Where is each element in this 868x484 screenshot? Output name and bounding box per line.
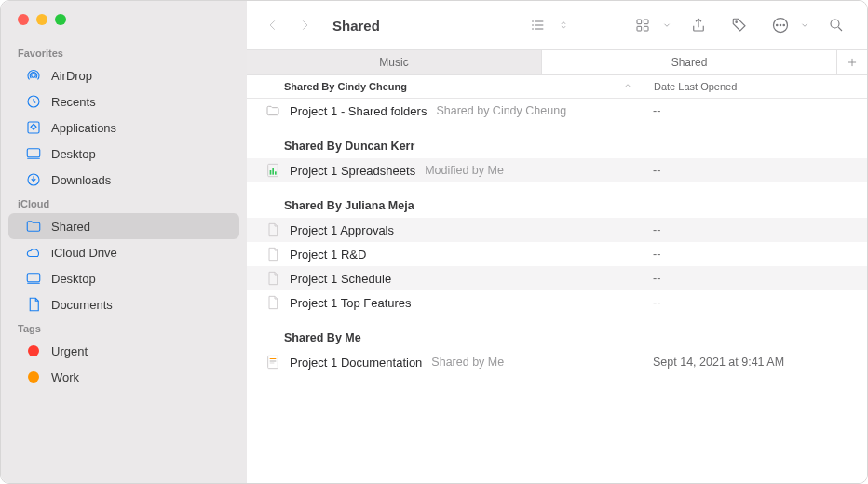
chevron-down-icon[interactable] [798, 12, 811, 38]
sidebar-item-label: Urgent [51, 344, 88, 358]
sidebar-item-desktop[interactable]: Desktop [8, 265, 239, 291]
svg-point-12 [533, 21, 534, 22]
clock-icon [25, 93, 42, 110]
file-date: -- [644, 248, 867, 261]
doc-icon [25, 296, 42, 313]
svg-line-25 [838, 27, 842, 31]
page-file-icon [265, 222, 280, 237]
file-row[interactable]: Project 1 DocumentationShared by MeSept … [247, 350, 867, 374]
file-date: -- [644, 164, 867, 177]
svg-rect-7 [27, 274, 40, 282]
numbers-file-icon [265, 163, 280, 178]
file-row[interactable]: Project 1 R&D-- [247, 242, 867, 266]
group-header: Shared By Me [247, 315, 867, 350]
column-name-label: Shared By Cindy Cheung [284, 81, 407, 92]
svg-rect-15 [637, 20, 642, 24]
file-row[interactable]: Project 1 Schedule-- [247, 266, 867, 290]
tab-bar: MusicShared [247, 49, 867, 75]
page-file-icon [265, 247, 280, 262]
svg-rect-34 [270, 360, 277, 361]
page-file-icon [265, 271, 280, 286]
group-icon[interactable] [627, 12, 658, 38]
sidebar-item-label: Downloads [51, 173, 111, 187]
new-tab-button[interactable] [837, 50, 867, 74]
sidebar-item-label: Desktop [51, 272, 96, 286]
sidebar-item-shared[interactable]: Shared [8, 213, 239, 239]
file-name: Project 1 Documentation [290, 356, 422, 370]
column-header: Shared By Cindy Cheung Date Last Opened [247, 75, 867, 98]
sidebar-item-urgent[interactable]: Urgent [8, 338, 239, 364]
file-subtitle: Shared by Me [431, 356, 504, 369]
tag-dot-icon [25, 369, 42, 385]
file-row[interactable]: Project 1 - Shared foldersShared by Cind… [247, 99, 867, 123]
pages-file-icon [265, 355, 280, 370]
svg-point-23 [783, 24, 784, 25]
svg-rect-35 [270, 361, 277, 362]
cloud-icon [25, 244, 42, 261]
column-name-header[interactable]: Shared By Cindy Cheung [247, 81, 644, 92]
sidebar-item-label: iCloud Drive [51, 246, 117, 260]
close-icon[interactable] [18, 14, 29, 25]
svg-point-22 [780, 24, 780, 25]
svg-point-14 [533, 29, 534, 30]
list-view-icon[interactable] [522, 12, 554, 38]
tab-shared[interactable]: Shared [542, 50, 837, 74]
tab-music[interactable]: Music [247, 50, 542, 74]
svg-rect-17 [637, 26, 642, 31]
file-date: Sept 14, 2021 at 9:41 AM [644, 356, 867, 369]
svg-rect-36 [270, 363, 275, 364]
sidebar-item-desktop[interactable]: Desktop [8, 141, 239, 167]
search-icon[interactable] [821, 12, 852, 38]
file-name: Project 1 R&D [290, 248, 366, 262]
download-icon [25, 171, 42, 188]
back-button[interactable] [262, 14, 284, 36]
file-row[interactable]: Project 1 SpreadsheetsModified by Me-- [247, 158, 867, 182]
sidebar-item-label: AirDrop [51, 69, 92, 83]
sidebar-item-documents[interactable]: Documents [8, 291, 239, 317]
share-icon[interactable] [683, 12, 714, 38]
tab-label: Shared [671, 56, 708, 69]
sidebar-item-label: Desktop [51, 147, 96, 161]
tag-dot-icon [25, 343, 42, 359]
tag-icon[interactable] [724, 12, 755, 38]
svg-rect-3 [27, 149, 40, 157]
file-subtitle: Shared by Cindy Cheung [436, 104, 566, 117]
chevron-down-icon[interactable] [660, 12, 673, 38]
sidebar-item-icloud-drive[interactable]: iCloud Drive [8, 239, 239, 265]
column-date-header[interactable]: Date Last Opened [644, 81, 867, 92]
file-date: -- [644, 296, 867, 309]
file-date: -- [644, 104, 867, 117]
sidebar-item-work[interactable]: Work [8, 364, 239, 390]
group-header: Shared By Duncan Kerr [247, 123, 867, 158]
sidebar-section-label: Tags [1, 317, 247, 338]
file-row[interactable]: Project 1 Approvals-- [247, 218, 867, 242]
svg-point-0 [32, 74, 36, 78]
sidebar-item-applications[interactable]: Applications [8, 114, 239, 141]
file-name: Project 1 - Shared folders [290, 104, 427, 118]
apps-icon [25, 119, 42, 136]
file-date: -- [644, 223, 867, 236]
minimize-icon[interactable] [36, 14, 47, 25]
fullscreen-icon[interactable] [55, 14, 66, 25]
svg-rect-30 [272, 168, 274, 174]
view-updown-icon[interactable] [556, 12, 571, 38]
sidebar-item-label: Shared [51, 220, 90, 234]
sidebar-section-label: Favorites [1, 42, 247, 62]
group-header: Shared By Juliana Meja [247, 182, 867, 218]
sidebar-item-airdrop[interactable]: AirDrop [8, 62, 239, 88]
svg-rect-16 [644, 20, 648, 24]
toolbar: Shared [247, 1, 867, 49]
finder-window: FavoritesAirDropRecentsApplicationsDeskt… [0, 0, 868, 484]
sidebar-item-label: Recents [51, 95, 96, 109]
file-row[interactable]: Project 1 Top Features-- [247, 290, 867, 315]
more-icon[interactable] [765, 12, 796, 38]
svg-point-21 [777, 24, 778, 25]
sidebar-item-recents[interactable]: Recents [8, 88, 239, 114]
svg-rect-18 [644, 26, 648, 31]
airdrop-icon [25, 67, 42, 84]
sidebar-item-label: Work [51, 370, 79, 384]
svg-rect-31 [275, 171, 277, 174]
forward-button[interactable] [293, 14, 316, 36]
tab-label: Music [379, 56, 408, 69]
sidebar-item-downloads[interactable]: Downloads [8, 167, 239, 193]
